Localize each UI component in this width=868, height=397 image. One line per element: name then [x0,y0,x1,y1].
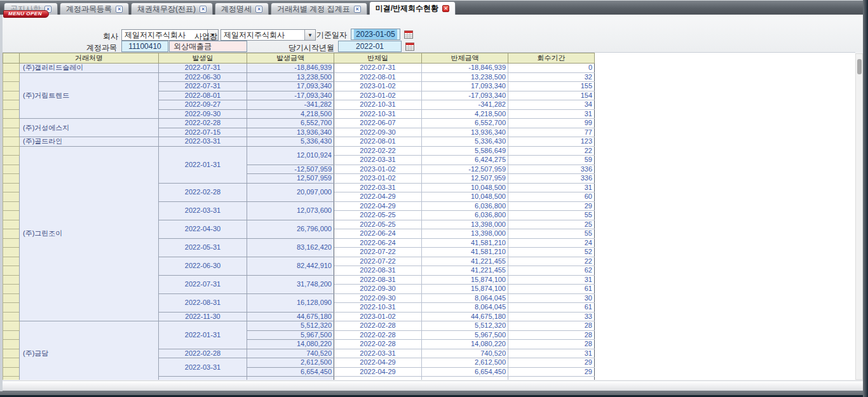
account-code-input[interactable]: 11100410 [121,41,168,52]
row-indicator[interactable] [3,266,20,276]
occurrence-date-cell: 2022-02-28 [159,119,247,128]
settlement-date-cell: 2022-04-29 [334,192,422,202]
collection-days-cell: 52 [508,248,595,257]
tab-label: 계정과목등록 [66,4,112,15]
occurrence-amount-cell: 20,097,000 [247,183,334,201]
period-start-input[interactable]: 2022-01 [338,41,402,52]
row-indicator[interactable] [3,100,20,110]
settlement-date-cell: 2023-01-02 [334,82,422,91]
tab-close-icon[interactable]: ✕ [354,6,361,13]
row-indicator[interactable] [3,257,20,266]
row-indicator[interactable] [3,340,20,349]
collection-days-cell: 61 [508,303,595,313]
row-indicator[interactable] [3,358,20,368]
tab-5[interactable]: 미결/반제회수현황✕ [369,1,456,15]
row-indicator[interactable] [3,321,20,331]
account-name-field: 외상매출금 [169,41,247,52]
row-indicator[interactable] [3,201,20,211]
row-indicator[interactable] [3,183,20,192]
occurrence-date-cell: 2022-07-15 [159,128,247,137]
site-select[interactable]: 제일저지주식회사 ▼ [220,29,316,41]
row-indicator[interactable] [3,156,20,165]
column-header-2[interactable]: 발생금액 [247,53,334,64]
row-indicator[interactable] [3,220,20,229]
row-indicator[interactable] [3,128,20,137]
collection-days-cell: 0 [508,64,595,73]
row-indicator[interactable] [3,377,20,380]
occurrence-date-cell: 2022-08-31 [159,293,247,312]
calendar-icon[interactable] [404,30,413,39]
column-header-5[interactable]: 회수기간 [508,53,595,64]
row-indicator[interactable] [3,238,20,248]
horizontal-scrollbar[interactable] [3,380,863,391]
collection-days-cell: 55 [508,211,595,220]
row-indicator[interactable] [3,192,20,202]
vertical-scrollbar-thumb[interactable] [857,59,862,74]
row-indicator[interactable] [3,275,20,285]
column-header-0[interactable]: 거래처명 [20,53,159,64]
settlement-date-cell: 2022-10-31 [334,109,422,119]
occurrence-amount-cell: 83,162,420 [247,238,334,257]
tab-close-icon[interactable]: ✕ [442,5,449,12]
row-indicator[interactable] [3,367,20,377]
chevron-down-icon[interactable]: ▼ [304,30,315,40]
tab-1[interactable]: 계정과목등록✕ [60,3,129,15]
row-indicator[interactable] [3,229,20,239]
base-date-input[interactable]: 2023-01-05 [351,29,400,40]
collection-days-cell: 61 [508,285,595,294]
occurrence-date-cell: 2022-02-28 [159,183,247,201]
settlement-amount-cell: 6,552,700 [422,119,508,128]
tab-close-icon[interactable]: ✕ [116,6,123,13]
row-indicator[interactable] [3,165,20,174]
settlement-amount-cell: 6,424,275 [422,156,508,165]
settlement-date-cell: 2023-01-02 [334,174,422,184]
row-indicator[interactable] [3,137,20,147]
row-indicator[interactable] [3,119,20,128]
settlement-amount-cell: 6,654,450 [422,367,508,377]
row-indicator[interactable] [3,285,20,294]
tab-close-icon[interactable]: ✕ [255,6,262,13]
settlement-date-cell: 2022-09-30 [334,128,422,137]
column-header-3[interactable]: 반제일 [334,53,422,64]
tab-2[interactable]: 채권채무장(전표)✕ [131,3,213,15]
tab-4[interactable]: 거래처별 계정 집계표✕ [271,3,367,15]
occurrence-amount-cell: 6,654,450 [247,367,334,377]
collection-days-cell: 22 [508,146,595,156]
occurrence-amount-cell: 82,442,910 [247,257,334,275]
row-indicator[interactable] [3,211,20,220]
row-indicator[interactable] [3,82,20,91]
occurrence-date-cell: 2022-01-31 [159,321,247,349]
row-indicator[interactable] [3,349,20,358]
column-header-1[interactable]: 발생일 [159,53,247,64]
settlement-amount-cell: 5,512,320 [422,321,508,331]
customer-name-cell: (주)금담 [20,321,159,380]
collection-days-cell: 32 [508,72,595,82]
column-header-4[interactable]: 반제금액 [422,53,508,64]
settlement-date-cell: 2022-04-29 [334,201,422,211]
row-indicator[interactable] [3,293,20,303]
calendar-icon[interactable] [405,42,414,51]
row-indicator[interactable] [3,330,20,340]
row-indicator[interactable] [3,174,20,184]
row-indicator[interactable] [3,248,20,257]
row-indicator[interactable] [3,146,20,156]
vertical-scrollbar[interactable] [855,53,863,380]
row-indicator[interactable] [3,64,20,73]
occurrence-amount-cell: 13,238,500 [247,72,334,82]
occurrence-amount-cell: 14,080,220 [247,340,334,349]
row-indicator[interactable] [3,312,20,321]
settlement-date-cell: 2022-07-31 [334,64,422,73]
settlement-amount-cell: 5,586,649 [422,146,508,156]
tab-close-icon[interactable]: ✕ [200,6,207,13]
settlement-amount-cell: -18,846,939 [422,64,508,73]
row-indicator[interactable] [3,72,20,82]
row-indicator[interactable] [3,109,20,119]
settlement-date-cell: 2022-02-22 [334,146,422,156]
collection-days-cell: 77 [508,128,595,137]
menu-open-button[interactable]: MENU OPEN [3,10,49,18]
row-indicator[interactable] [3,91,20,100]
row-indicator[interactable] [3,303,20,313]
settlement-amount-cell: 13,398,000 [422,229,508,239]
tab-3[interactable]: 계정명세✕ [215,3,269,15]
settlement-date-cell: 2022-09-30 [334,293,422,303]
